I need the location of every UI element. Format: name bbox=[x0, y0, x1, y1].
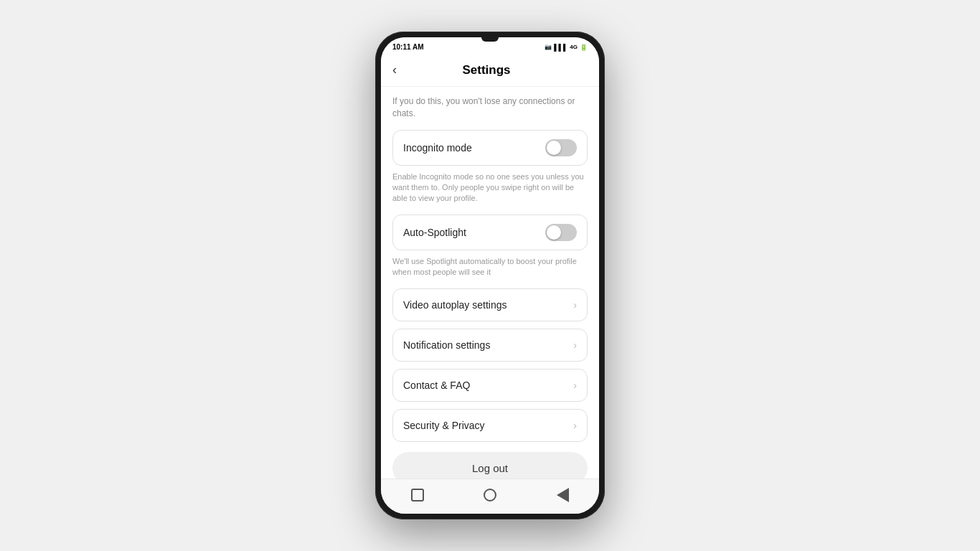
network-icon: 4G bbox=[570, 44, 578, 50]
notification-settings-label: Notification settings bbox=[403, 339, 490, 351]
security-privacy-label: Security & Privacy bbox=[403, 420, 485, 431]
auto-spotlight-row[interactable]: Auto-Spotlight bbox=[392, 215, 588, 250]
status-icons: 📷 ▌▌▌ 4G 🔋 bbox=[545, 44, 588, 51]
home-circle-icon bbox=[484, 489, 496, 501]
circle-nav-icon[interactable] bbox=[481, 486, 499, 504]
contact-faq-item[interactable]: Contact & FAQ › bbox=[392, 369, 588, 402]
bottom-navigation bbox=[381, 479, 599, 514]
incognito-toggle-thumb bbox=[547, 141, 561, 155]
auto-spotlight-description: We'll use Spotlight automatically to boo… bbox=[392, 256, 588, 278]
incognito-label: Incognito mode bbox=[403, 142, 472, 154]
status-time: 10:11 AM bbox=[392, 43, 424, 51]
video-autoplay-label: Video autoplay settings bbox=[403, 299, 507, 311]
auto-spotlight-toggle[interactable] bbox=[545, 224, 577, 241]
incognito-toggle[interactable] bbox=[545, 139, 577, 156]
chevron-right-icon: › bbox=[573, 339, 577, 351]
back-button[interactable]: ‹ bbox=[392, 61, 402, 79]
logout-button[interactable]: Log out bbox=[392, 452, 588, 479]
security-privacy-item[interactable]: Security & Privacy › bbox=[392, 409, 588, 442]
contact-faq-label: Contact & FAQ bbox=[403, 380, 470, 391]
incognito-mode-row[interactable]: Incognito mode bbox=[392, 130, 588, 166]
auto-spotlight-toggle-thumb bbox=[547, 225, 561, 240]
signal-icon: ▌▌▌ bbox=[554, 44, 567, 51]
phone-screen: 10:11 AM 📷 ▌▌▌ 4G 🔋 ‹ Settings If you do… bbox=[381, 37, 599, 514]
back-nav-icon[interactable] bbox=[554, 486, 571, 504]
status-bar: 10:11 AM 📷 ▌▌▌ 4G 🔋 bbox=[381, 37, 599, 54]
square-nav-icon[interactable] bbox=[409, 486, 426, 504]
phone-device: 10:11 AM 📷 ▌▌▌ 4G 🔋 ‹ Settings If you do… bbox=[375, 32, 605, 519]
page-title: Settings bbox=[402, 63, 570, 77]
incognito-description: Enable Incognito mode so no one sees you… bbox=[392, 171, 588, 204]
home-square-icon bbox=[411, 489, 424, 501]
subtitle-text: If you do this, you won't lose any conne… bbox=[392, 95, 588, 120]
auto-spotlight-label: Auto-Spotlight bbox=[403, 227, 466, 238]
notification-settings-item[interactable]: Notification settings › bbox=[392, 329, 588, 362]
camera-icon: 📷 bbox=[545, 44, 552, 50]
battery-icon: 🔋 bbox=[580, 44, 588, 51]
video-autoplay-settings-item[interactable]: Video autoplay settings › bbox=[392, 288, 588, 321]
chevron-right-icon: › bbox=[573, 299, 577, 311]
chevron-right-icon: › bbox=[573, 420, 577, 431]
chevron-right-icon: › bbox=[573, 380, 577, 391]
settings-content: If you do this, you won't lose any conne… bbox=[381, 87, 599, 479]
settings-header: ‹ Settings bbox=[381, 54, 599, 87]
notch bbox=[481, 37, 499, 42]
back-triangle-icon bbox=[557, 488, 569, 502]
